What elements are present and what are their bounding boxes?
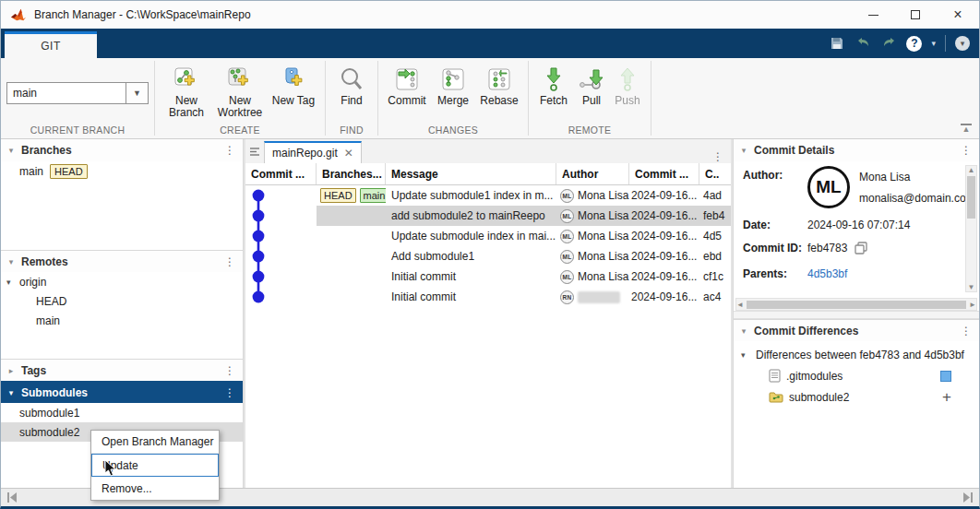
table-row[interactable]: Update submodule index in mai...MLMona L… (245, 226, 731, 246)
table-row[interactable]: add submodule2 to mainReepoMLMona Lisa20… (245, 206, 731, 226)
ribbon-tab-bar: GIT ? ▾ ▾ (1, 29, 979, 58)
collapse-caret-icon[interactable]: ▾ (741, 350, 756, 360)
help-icon[interactable]: ? (906, 36, 922, 52)
scroll-up-icon[interactable]: ▲ (968, 166, 975, 174)
collapse-caret-icon[interactable]: ▾ (734, 326, 754, 336)
submodules-section-header[interactable]: ▾ Submodules ⋮ (1, 381, 243, 403)
commit-differences-header[interactable]: ▾ Commit Differences ⋮ (734, 319, 979, 341)
minimize-button[interactable] (852, 1, 894, 29)
fetch-button[interactable]: Fetch (534, 64, 573, 109)
added-status-icon: + (942, 389, 951, 405)
document-tab-menu-icon[interactable]: ⋮ (712, 150, 723, 163)
expand-caret-icon[interactable]: ▸ (1, 366, 21, 375)
branches-section-header[interactable]: ▾ Branches ⋮ (1, 139, 243, 161)
collapse-right-icon[interactable] (962, 492, 974, 503)
column-header-branches[interactable]: Branches... (317, 163, 386, 184)
submodule-item-submodule1[interactable]: submodule1 (1, 403, 243, 422)
group-label-current-branch: CURRENT BRANCH (6, 123, 149, 138)
diff-file-gitmodules[interactable]: .gitmodules (734, 365, 979, 386)
close-button[interactable]: × (937, 1, 979, 29)
collapse-caret-icon[interactable]: ▾ (1, 388, 21, 397)
collapse-toolstrip-icon[interactable]: ▲ (961, 124, 972, 133)
message-cell: Update submodule index in mai... (386, 226, 556, 246)
branches-menu-icon[interactable]: ⋮ (224, 144, 235, 157)
table-row[interactable]: Initial commitRN2024-09-16...ac4 (245, 287, 731, 307)
differences-group-row[interactable]: ▾ Differences between feb4783 and 4d5b3b… (734, 345, 979, 365)
scroll-left-icon[interactable]: ◄ (736, 301, 744, 309)
submodules-menu-icon[interactable]: ⋮ (224, 386, 235, 399)
vertical-scrollbar[interactable]: ▲ ▼ (965, 165, 977, 292)
current-branch-combo[interactable]: main ▼ (6, 82, 149, 104)
current-branch-value[interactable]: main (6, 82, 126, 104)
branches-cell (317, 226, 386, 246)
merge-button[interactable]: Merge (432, 64, 474, 109)
author-cell: MLMona Lisa (556, 206, 629, 226)
commit-history-panel: mainRepo.git ✕ ⋮ Commit ... Branches... … (245, 139, 731, 488)
copy-icon[interactable] (855, 242, 867, 257)
column-header-message[interactable]: Message (386, 163, 556, 184)
remote-ref-main[interactable]: main (1, 311, 243, 330)
help-dropdown-caret-icon[interactable]: ▾ (931, 39, 936, 48)
undo-icon[interactable] (855, 35, 871, 52)
remotes-section-header[interactable]: ▾ Remotes ⋮ (1, 250, 243, 272)
collapse-caret-icon[interactable]: ▾ (1, 257, 21, 266)
commit-date-cell: 2024-09-16... (629, 246, 699, 266)
rebase-button[interactable]: Rebase (476, 64, 522, 109)
remotes-menu-icon[interactable]: ⋮ (224, 255, 235, 268)
collapse-caret-icon[interactable]: ▾ (734, 146, 754, 155)
collapse-left-icon[interactable] (6, 492, 18, 503)
menu-item-remove[interactable]: Remove... (91, 477, 219, 500)
pull-button[interactable]: Pull (575, 64, 608, 109)
maximize-button[interactable] (894, 1, 937, 29)
redo-icon[interactable] (880, 35, 897, 52)
new-tag-button[interactable]: New Tag (268, 64, 319, 109)
new-worktree-button[interactable]: New Worktree (214, 64, 266, 122)
tab-mainrepo-git[interactable]: mainRepo.git ✕ (264, 141, 362, 163)
table-row[interactable]: Initial commitMLMona Lisa2024-09-16...cf… (245, 266, 731, 287)
scroll-down-icon[interactable]: ▼ (968, 283, 975, 291)
expand-caret-icon[interactable]: ▾ (6, 278, 19, 287)
collapse-caret-icon[interactable]: ▾ (1, 146, 21, 155)
submodule-folder-icon (769, 391, 783, 403)
diff-file-submodule2[interactable]: submodule2 + (734, 386, 979, 408)
tab-git[interactable]: GIT (5, 31, 97, 58)
menu-item-open-branch-manager[interactable]: Open Branch Manager (91, 431, 219, 454)
message-cell: Add submodule1 (386, 246, 556, 266)
scroll-right-icon[interactable]: ► (969, 301, 976, 309)
column-header-commit-date[interactable]: Commit ... (629, 163, 699, 184)
remote-item-origin[interactable]: ▾ origin (1, 272, 243, 291)
branches-cell (317, 206, 386, 226)
commit-details-header[interactable]: ▾ Commit Details ⋮ (734, 139, 979, 161)
commit-differences-menu-icon[interactable]: ⋮ (961, 325, 972, 337)
parent-commit-link[interactable]: 4d5b3bf (807, 267, 847, 280)
commit-button[interactable]: Commit (384, 64, 430, 109)
tags-section-header[interactable]: ▸ Tags ⋮ (1, 359, 243, 381)
table-row[interactable]: HEADmainUpdate submodule1 index in m...M… (245, 185, 731, 206)
commit-id-cell: cf1c (699, 266, 731, 287)
commit-date-cell: 2024-09-16... (629, 226, 699, 246)
save-icon[interactable] (829, 35, 845, 52)
tags-menu-icon[interactable]: ⋮ (224, 364, 235, 377)
current-branch-dropdown-caret-icon[interactable]: ▼ (126, 82, 149, 104)
commit-details-menu-icon[interactable]: ⋮ (961, 144, 972, 157)
scrollbar-thumb[interactable] (967, 176, 975, 219)
toolbar-separator (651, 61, 651, 136)
column-header-commit-graph[interactable]: Commit ... (245, 163, 317, 184)
remote-ref-head[interactable]: HEAD (1, 291, 243, 311)
toolstrip-options-caret-icon[interactable]: ▾ (955, 36, 970, 51)
document-bar-menu-icon[interactable] (245, 139, 264, 163)
branch-item-main[interactable]: main HEAD (1, 161, 243, 181)
new-branch-icon (173, 65, 200, 93)
push-button: Push (610, 64, 645, 109)
horizontal-scrollbar[interactable]: ◄ ► (735, 298, 977, 311)
scrollbar-thumb[interactable] (747, 301, 966, 309)
new-branch-button[interactable]: New Branch (161, 64, 212, 122)
mouse-cursor (104, 459, 117, 478)
find-button[interactable]: Find (331, 64, 372, 109)
author-name: Mona Lisa (578, 270, 629, 283)
column-header-commit-id[interactable]: C.. (699, 163, 731, 184)
table-row[interactable]: Add submodule1MLMona Lisa2024-09-16...eb… (245, 246, 731, 266)
commit-date-cell: 2024-09-16... (629, 206, 699, 226)
tab-close-icon[interactable]: ✕ (344, 147, 353, 160)
column-header-author[interactable]: Author (556, 163, 629, 184)
